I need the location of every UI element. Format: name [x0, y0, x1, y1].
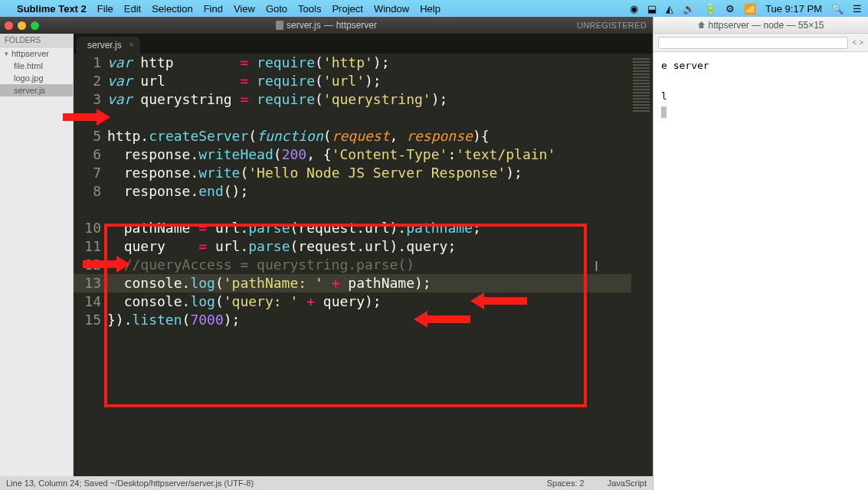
text-cursor-icon: I	[594, 259, 598, 275]
status-bar: Line 13, Column 24; Saved ~/Desktop/http…	[0, 476, 653, 490]
sidebar: FOLDERS httpserver file.html logo.jpg se…	[0, 34, 74, 476]
code-editor[interactable]: 1 2 3 4 5 6 7 8 10 11 12 13 14 15 var ht…	[74, 54, 631, 476]
wifi-icon[interactable]: ⚙	[726, 3, 735, 15]
notifications-icon[interactable]: ☰	[853, 3, 862, 15]
workspace: server.js — httpserver UNREGISTERED FOLD…	[0, 17, 868, 490]
code-body[interactable]: var http = require('http'); var url = re…	[107, 54, 631, 329]
window-title-project: httpserver	[336, 20, 377, 31]
home-icon	[697, 21, 706, 29]
tab-server-js[interactable]: server.js ×	[77, 37, 140, 54]
menu-find[interactable]: Find	[204, 3, 223, 15]
volume-icon[interactable]: 🔊	[683, 3, 695, 15]
spotlight-icon[interactable]: 🔍	[831, 3, 843, 15]
close-window-icon[interactable]	[5, 21, 13, 30]
app-name[interactable]: Sublime Text 2	[17, 3, 87, 15]
sidebar-folder-root[interactable]: httpserver	[0, 47, 73, 60]
menu-edit[interactable]: Edit	[124, 3, 141, 15]
terminal-titlebar[interactable]: httpserver — node — 55×15	[653, 17, 868, 34]
menu-goto[interactable]: Goto	[266, 3, 287, 15]
clock[interactable]: Tue 9:17 PM	[765, 3, 822, 15]
unregistered-label: UNREGISTERED	[577, 21, 647, 30]
window-title-sep: —	[324, 20, 333, 31]
menu-selection[interactable]: Selection	[152, 3, 192, 15]
sidebar-file[interactable]: file.html	[0, 60, 73, 72]
status-language[interactable]: JavaScript	[608, 479, 647, 488]
menu-window[interactable]: Window	[374, 3, 409, 15]
tab-label: server.js	[87, 40, 122, 51]
macos-menubar: Sublime Text 2 File Edit Selection Find …	[0, 0, 868, 17]
sidebar-file[interactable]: logo.jpg	[0, 72, 73, 84]
terminal-path-field[interactable]	[658, 37, 848, 49]
circle-icon[interactable]: ◉	[630, 3, 638, 15]
window-title-file: server.js	[287, 20, 321, 31]
terminal-title: httpserver — node — 55×15	[708, 20, 824, 31]
sublime-window: server.js — httpserver UNREGISTERED FOLD…	[0, 17, 653, 490]
menu-view[interactable]: View	[234, 3, 255, 15]
minimize-window-icon[interactable]	[18, 21, 26, 30]
terminal-window: httpserver — node — 55×15 < > e server l	[653, 17, 868, 490]
line-gutter: 1 2 3 4 5 6 7 8 10 11 12 13 14 15	[74, 54, 107, 329]
wifi-icon[interactable]: 📶	[744, 3, 756, 15]
minimap[interactable]	[631, 54, 653, 476]
menu-project[interactable]: Project	[332, 3, 362, 15]
terminal-cursor	[661, 106, 667, 118]
document-icon	[276, 21, 283, 30]
status-left: Line 13, Column 24; Saved ~/Desktop/http…	[6, 479, 254, 488]
menu-help[interactable]: Help	[420, 3, 441, 15]
terminal-tabstrip: < >	[653, 34, 868, 52]
zoom-window-icon[interactable]	[31, 21, 39, 30]
close-tab-icon[interactable]: ×	[129, 40, 133, 49]
menu-file[interactable]: File	[97, 3, 113, 15]
status-spaces[interactable]: Spaces: 2	[547, 479, 585, 488]
terminal-body[interactable]: e server l	[653, 52, 868, 490]
terminal-pager[interactable]: < >	[853, 38, 863, 47]
dropbox-icon[interactable]: ⬓	[647, 3, 657, 15]
sidebar-file-selected[interactable]: server.js	[0, 84, 73, 96]
sublime-titlebar[interactable]: server.js — httpserver UNREGISTERED	[0, 17, 653, 34]
sidebar-header: FOLDERS	[0, 34, 73, 47]
tab-bar: server.js ×	[74, 34, 653, 54]
menu-tools[interactable]: Tools	[298, 3, 321, 15]
battery-icon[interactable]: 🔋	[704, 3, 716, 15]
gdrive-icon[interactable]: ◭	[666, 3, 673, 15]
